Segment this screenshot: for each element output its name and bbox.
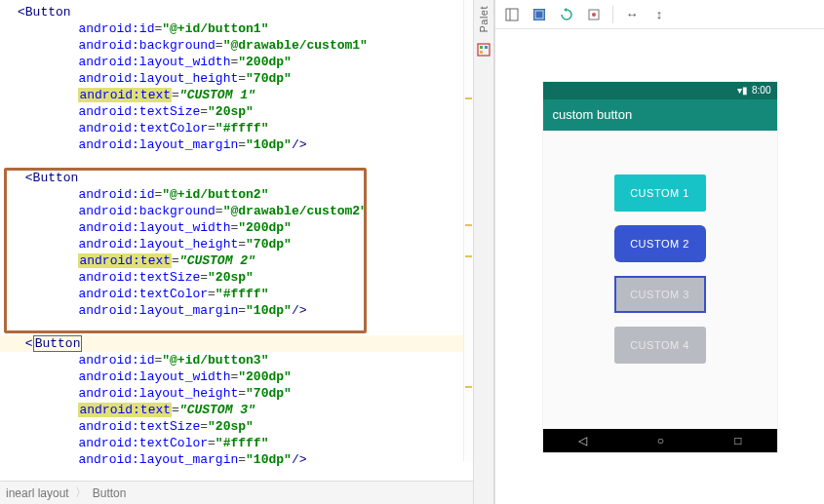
code-line[interactable]: android:textSize="20sp" — [0, 269, 473, 286]
toolbar-separator — [612, 6, 613, 23]
svg-point-9 — [592, 13, 596, 17]
breadcrumb[interactable]: inearl layout 〉 Button — [0, 481, 473, 504]
palette-icon[interactable] — [477, 43, 490, 57]
code-line[interactable]: android:background="@drawable/custom1" — [0, 37, 473, 54]
code-line[interactable]: android:textColor="#ffff" — [0, 120, 473, 136]
custom-button-4[interactable]: CUSTOM 4 — [614, 327, 706, 364]
code-line[interactable]: android:textColor="#ffff" — [0, 286, 473, 302]
expand-horizontal-icon[interactable]: ↔ — [623, 6, 641, 23]
pan-zoom-icon[interactable] — [585, 6, 603, 23]
design-preview-pane: ↔ ↕ ▾▮ 8:00 custom button CUSTOM 1CUSTOM… — [494, 0, 824, 504]
code-line[interactable]: android:layout_margin="10dp"/> — [0, 451, 473, 468]
nav-recent-icon[interactable]: □ — [734, 434, 741, 447]
breadcrumb-item[interactable]: Button — [93, 486, 127, 500]
code-line[interactable]: android:layout_width="200dp" — [0, 54, 473, 70]
svg-rect-1 — [480, 46, 483, 49]
code-line[interactable]: android:layout_height="70dp" — [0, 70, 473, 87]
code-line[interactable]: android:text="CUSTOM 1" — [0, 87, 473, 103]
code-line[interactable]: android:layout_margin="10dp"/> — [0, 136, 473, 153]
code-line[interactable]: android:textColor="#ffff" — [0, 435, 473, 451]
code-line[interactable] — [0, 153, 473, 170]
design-surface-icon[interactable] — [503, 6, 521, 23]
code-line[interactable]: android:layout_margin="10dp"/> — [0, 302, 473, 319]
custom-button-3[interactable]: CUSTOM 3 — [614, 276, 706, 313]
refresh-icon[interactable] — [558, 6, 575, 23]
code-line[interactable]: android:background="@drawable/custom2" — [0, 203, 473, 219]
svg-rect-3 — [480, 51, 483, 54]
code-line[interactable]: android:layout_width="200dp" — [0, 219, 473, 236]
code-line[interactable]: <Button — [0, 170, 473, 186]
breadcrumb-item[interactable]: inearl layout — [6, 486, 69, 500]
device-frame: ▾▮ 8:00 custom button CUSTOM 1CUSTOM 2CU… — [543, 82, 777, 452]
code-line[interactable]: android:id="@+id/button1" — [0, 20, 473, 37]
navigation-bar: ◁ ○ □ — [543, 429, 777, 452]
code-line[interactable]: android:text="CUSTOM 2" — [0, 252, 473, 269]
design-toolbar: ↔ ↕ — [495, 0, 824, 29]
nav-back-icon[interactable]: ◁ — [578, 434, 587, 447]
code-line[interactable]: android:layout_height="70dp" — [0, 236, 473, 252]
nav-home-icon[interactable]: ○ — [657, 434, 664, 447]
code-line[interactable]: android:text="CUSTOM 3" — [0, 402, 473, 418]
app-bar: custom button — [543, 99, 777, 131]
svg-rect-2 — [485, 46, 488, 49]
palette-tab[interactable]: Palet — [478, 2, 490, 37]
expand-vertical-icon[interactable]: ↕ — [650, 6, 668, 23]
code-editor[interactable]: <Button android:id="@+id/button1" androi… — [0, 0, 473, 504]
status-bar: ▾▮ 8:00 — [543, 82, 777, 99]
breadcrumb-separator: 〉 — [75, 485, 87, 501]
code-line[interactable]: android:id="@+id/button3" — [0, 352, 473, 368]
custom-button-2[interactable]: CUSTOM 2 — [614, 225, 706, 262]
code-line[interactable]: android:id="@+id/button2" — [0, 186, 473, 203]
blueprint-icon[interactable] — [530, 6, 548, 23]
svg-rect-4 — [506, 9, 518, 20]
code-line[interactable]: <Button — [0, 4, 473, 20]
code-line[interactable]: android:textSize="20sp" — [0, 418, 473, 435]
svg-rect-0 — [478, 44, 490, 56]
app-title: custom button — [553, 107, 633, 122]
design-canvas[interactable]: ▾▮ 8:00 custom button CUSTOM 1CUSTOM 2CU… — [495, 29, 824, 504]
code-line[interactable]: android:layout_width="200dp" — [0, 368, 473, 385]
marker-gutter — [463, 0, 473, 461]
custom-button-1[interactable]: CUSTOM 1 — [614, 174, 706, 212]
tool-window-strip[interactable]: Palet — [473, 0, 494, 504]
code-line[interactable]: android:textSize="20sp" — [0, 103, 473, 120]
code-line[interactable] — [0, 319, 473, 335]
code-line[interactable]: <Button — [0, 335, 473, 352]
code-line[interactable]: android:layout_height="70dp" — [0, 385, 473, 402]
signal-icon: ▾▮ — [737, 85, 748, 96]
clock: 8:00 — [752, 85, 770, 96]
layout-content: CUSTOM 1CUSTOM 2CUSTOM 3CUSTOM 4 — [543, 131, 777, 429]
